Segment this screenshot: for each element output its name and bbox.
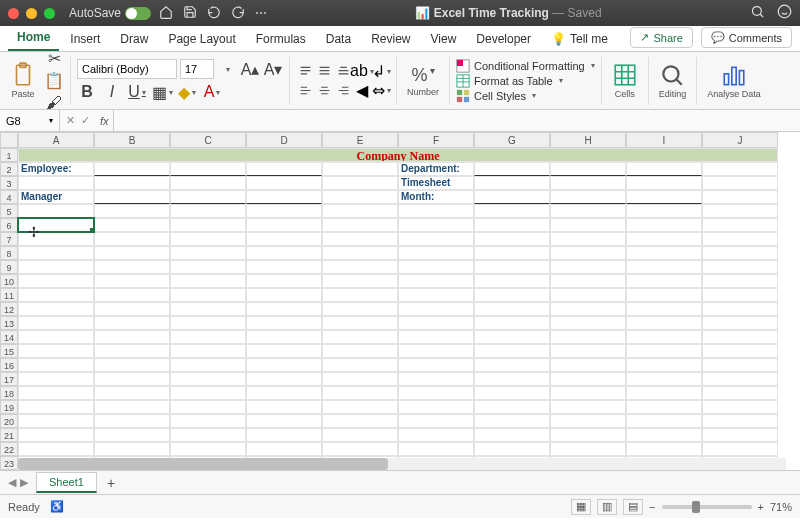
fx-icon[interactable]: fx <box>96 115 113 127</box>
cell[interactable] <box>398 358 474 372</box>
comments-button[interactable]: 💬 Comments <box>701 27 792 48</box>
cells-group[interactable]: Cells <box>608 55 642 106</box>
cell[interactable] <box>702 246 778 260</box>
cell[interactable] <box>550 274 626 288</box>
cell[interactable] <box>474 176 550 190</box>
row-header[interactable]: 5 <box>0 204 18 218</box>
cell[interactable] <box>550 190 626 204</box>
cell[interactable] <box>550 372 626 386</box>
cell[interactable] <box>550 204 626 218</box>
sheet-tab-1[interactable]: Sheet1 <box>36 472 97 493</box>
cell[interactable] <box>702 428 778 442</box>
font-size-select[interactable] <box>180 59 214 79</box>
cell[interactable] <box>626 414 702 428</box>
cell[interactable] <box>474 316 550 330</box>
cell[interactable] <box>474 288 550 302</box>
cell[interactable] <box>18 246 94 260</box>
tab-data[interactable]: Data <box>317 27 360 51</box>
align-left-icon[interactable] <box>296 81 314 99</box>
column-header[interactable]: F <box>398 132 474 148</box>
cell[interactable] <box>246 232 322 246</box>
cell[interactable] <box>170 232 246 246</box>
wrap-text-icon[interactable]: ↲ <box>372 62 390 80</box>
cell[interactable] <box>18 260 94 274</box>
font-name-select[interactable] <box>77 59 177 79</box>
cell[interactable] <box>626 358 702 372</box>
border-button[interactable]: ▦ <box>152 82 172 102</box>
cell[interactable] <box>398 204 474 218</box>
row-header[interactable]: 22 <box>0 442 18 456</box>
cell[interactable] <box>18 176 94 190</box>
cell[interactable] <box>170 400 246 414</box>
cell[interactable] <box>702 274 778 288</box>
chevron-down-icon[interactable]: ▾ <box>49 116 53 125</box>
cell[interactable] <box>94 246 170 260</box>
row-header[interactable]: 12 <box>0 302 18 316</box>
column-header[interactable]: B <box>94 132 170 148</box>
cell[interactable] <box>94 260 170 274</box>
cell[interactable] <box>550 344 626 358</box>
cell[interactable]: Month: <box>398 190 474 204</box>
cell[interactable] <box>626 372 702 386</box>
align-center-icon[interactable] <box>315 81 333 99</box>
row-header[interactable]: 10 <box>0 274 18 288</box>
cell[interactable] <box>474 190 550 204</box>
zoom-level[interactable]: 71% <box>770 501 792 513</box>
accessibility-icon[interactable]: ♿ <box>50 500 64 513</box>
cell-styles-button[interactable]: Cell Styles <box>456 89 595 103</box>
cell[interactable]: Department: <box>398 162 474 176</box>
cell[interactable] <box>398 288 474 302</box>
cell[interactable] <box>322 358 398 372</box>
cell[interactable] <box>170 316 246 330</box>
cell[interactable] <box>626 302 702 316</box>
cell[interactable] <box>94 218 170 232</box>
cell[interactable] <box>322 428 398 442</box>
close-window[interactable] <box>8 8 19 19</box>
cell[interactable] <box>550 232 626 246</box>
cell[interactable] <box>94 274 170 288</box>
cell[interactable] <box>322 316 398 330</box>
add-sheet-button[interactable]: + <box>97 475 125 491</box>
italic-button[interactable]: I <box>102 82 122 102</box>
tab-home[interactable]: Home <box>8 25 59 51</box>
cell[interactable] <box>474 414 550 428</box>
font-color-button[interactable]: A <box>202 82 222 102</box>
fill-color-button[interactable]: ◆ <box>177 82 197 102</box>
tab-formulas[interactable]: Formulas <box>247 27 315 51</box>
decrease-indent-icon[interactable]: ◀ <box>353 81 371 99</box>
row-header[interactable]: 8 <box>0 246 18 260</box>
cell[interactable] <box>626 218 702 232</box>
row-header[interactable]: 1 <box>0 148 18 162</box>
editing-group[interactable]: Editing <box>655 55 691 106</box>
cell[interactable] <box>474 232 550 246</box>
cell[interactable] <box>626 428 702 442</box>
cell[interactable] <box>702 218 778 232</box>
cell[interactable] <box>18 302 94 316</box>
emoji-icon[interactable] <box>777 4 792 22</box>
cell[interactable] <box>702 400 778 414</box>
cell[interactable] <box>246 204 322 218</box>
paste-group[interactable]: Paste <box>6 55 40 106</box>
home-icon[interactable] <box>159 5 173 22</box>
zoom-out-button[interactable]: − <box>649 501 655 513</box>
cell[interactable] <box>702 386 778 400</box>
decrease-font-icon[interactable]: A▾ <box>263 59 283 79</box>
cell[interactable] <box>322 260 398 274</box>
cell[interactable] <box>702 288 778 302</box>
cell[interactable] <box>626 162 702 176</box>
cell[interactable] <box>550 358 626 372</box>
cell[interactable] <box>18 414 94 428</box>
row-header[interactable]: 16 <box>0 358 18 372</box>
cell[interactable] <box>702 176 778 190</box>
worksheet[interactable]: ABCDEFGHIJ1Company Name2Employee:Departm… <box>0 132 800 470</box>
page-layout-view-button[interactable]: ▥ <box>597 499 617 515</box>
cell[interactable] <box>626 274 702 288</box>
cell[interactable] <box>94 288 170 302</box>
cell[interactable] <box>170 386 246 400</box>
underline-button[interactable]: U <box>127 82 147 102</box>
cell[interactable] <box>474 386 550 400</box>
cell[interactable] <box>474 204 550 218</box>
row-header[interactable]: 21 <box>0 428 18 442</box>
row-header[interactable]: 4 <box>0 190 18 204</box>
maximize-window[interactable] <box>44 8 55 19</box>
